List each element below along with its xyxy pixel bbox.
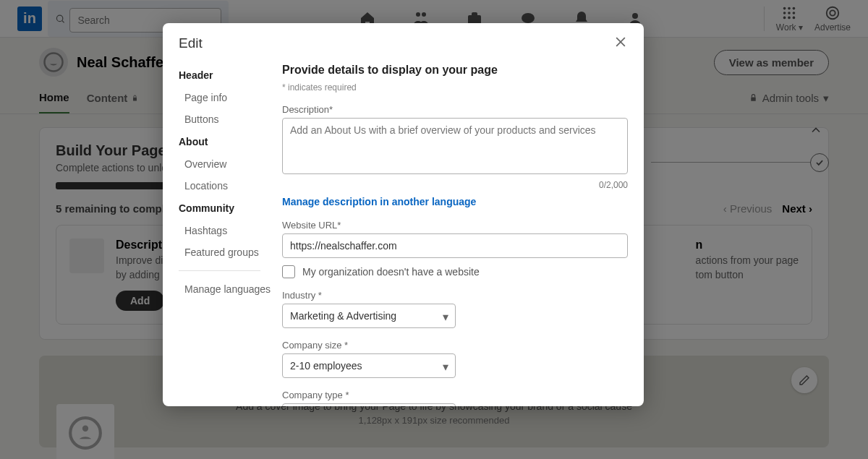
char-count: 0/2,000	[282, 180, 628, 190]
website-input[interactable]	[282, 233, 628, 258]
modal-form: Provide details to display on your page …	[275, 59, 644, 406]
website-label: Website URL*	[282, 220, 628, 231]
close-icon	[613, 35, 628, 49]
company-size-select[interactable]: 2-10 employees	[282, 353, 456, 378]
nav-item-page-info[interactable]: Page info	[179, 87, 275, 108]
company-type-label: Company type *	[282, 390, 628, 400]
nav-item-buttons[interactable]: Buttons	[179, 108, 275, 130]
no-website-checkbox[interactable]	[282, 265, 295, 278]
nav-item-featured-groups[interactable]: Featured groups	[179, 241, 275, 263]
nav-item-locations[interactable]: Locations	[179, 175, 275, 197]
nav-section-community[interactable]: Community	[179, 202, 275, 214]
close-button[interactable]	[613, 35, 628, 52]
company-size-label: Company size *	[282, 340, 628, 351]
modal-side-nav: Header Page info Buttons About Overview …	[163, 59, 275, 406]
nav-section-about[interactable]: About	[179, 136, 275, 147]
nav-item-hashtags[interactable]: Hashtags	[179, 220, 275, 241]
edit-modal: Edit Header Page info Buttons About Over…	[163, 23, 644, 406]
nav-section-header[interactable]: Header	[179, 69, 275, 81]
required-note: * indicates required	[282, 82, 628, 93]
modal-title: Edit	[179, 35, 203, 51]
description-textarea[interactable]	[282, 118, 628, 174]
nav-item-manage-languages[interactable]: Manage languages	[179, 278, 275, 300]
manage-language-link[interactable]: Manage description in another language	[282, 196, 476, 207]
form-heading: Provide details to display on your page	[282, 64, 628, 77]
company-type-select[interactable]: Privately Held	[282, 403, 456, 406]
industry-select[interactable]: Marketing & Advertising	[282, 304, 456, 328]
industry-label: Industry *	[282, 290, 628, 301]
no-website-label: My organization doesn't have a website	[302, 266, 480, 278]
nav-item-overview[interactable]: Overview	[179, 153, 275, 175]
description-label: Description*	[282, 104, 628, 115]
